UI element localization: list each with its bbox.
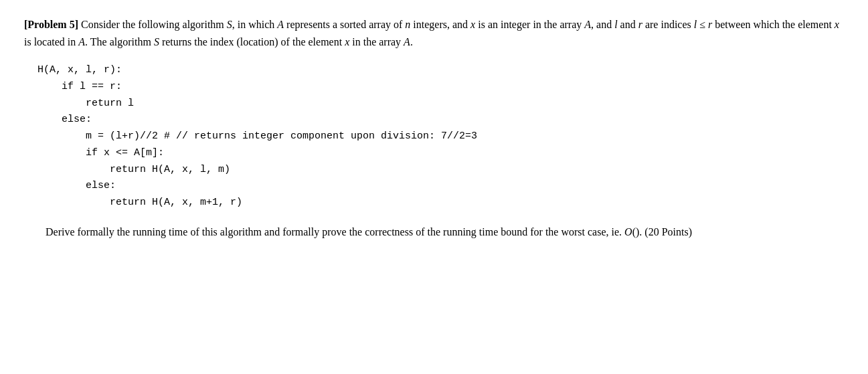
code-line-7: return H(A, x, l, m) xyxy=(37,162,841,179)
code-block: H(A, x, l, r): if l == r: return l else:… xyxy=(37,62,841,211)
problem-label: [Problem 5] xyxy=(24,19,78,30)
code-line-9: return H(A, x, m+1, r) xyxy=(37,195,841,211)
derivation-text: Derive formally the running time of this… xyxy=(46,223,841,241)
code-line-8: else: xyxy=(37,178,841,195)
code-line-3: return l xyxy=(37,96,841,112)
code-line-2: if l == r: xyxy=(37,79,841,96)
code-line-4: else: xyxy=(37,112,841,128)
problem-intro: Consider the following algorithm S, in w… xyxy=(24,19,839,48)
code-line-6: if x <= A[m]: xyxy=(37,145,841,162)
problem-description: [Problem 5] Consider the following algor… xyxy=(24,16,841,50)
content-wrapper: [Problem 5] Consider the following algor… xyxy=(24,16,841,241)
code-line-5: m = (l+r)//2 # // returns integer compon… xyxy=(37,128,841,145)
code-line-1: H(A, x, l, r): xyxy=(37,62,841,79)
